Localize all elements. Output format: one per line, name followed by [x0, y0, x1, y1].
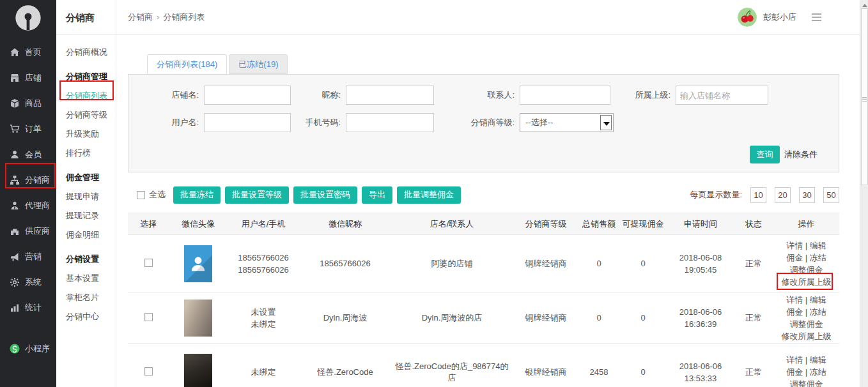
sidebar-item-orders[interactable]: 订单: [0, 116, 56, 142]
phone-input[interactable]: [346, 113, 434, 132]
sidebar-item-label: 商品: [25, 98, 42, 109]
batch-freeze-button[interactable]: 批量冻结: [173, 186, 221, 204]
op-link-modify-parent[interactable]: 修改所属上级: [773, 330, 839, 342]
submenu-item-distributor-level[interactable]: 分销商等级: [56, 105, 116, 125]
submenu-item-distribution-center[interactable]: 分销中心: [56, 307, 116, 326]
shop-name-label: 店铺名:: [128, 86, 199, 105]
op-links-detail-edit[interactable]: 详情 | 编辑: [773, 294, 839, 306]
miniprogram-icon: [10, 344, 20, 354]
export-button[interactable]: 导出: [362, 186, 392, 204]
query-button[interactable]: 查询: [750, 146, 780, 163]
cell-apply-time: 2018-06-06 16:36:39: [667, 292, 734, 344]
sidebar-item-agent[interactable]: 代理商: [0, 193, 56, 218]
sidebar-item-statistics[interactable]: 统计: [0, 295, 56, 321]
select-all-checkbox[interactable]: [137, 191, 145, 199]
breadcrumb: 分销商›分销商列表: [128, 11, 205, 23]
app-logo: [0, 0, 56, 36]
op-links-detail-edit[interactable]: 详情 | 编辑: [773, 354, 839, 366]
cell-level: 铜牌经销商: [513, 292, 579, 344]
scrollbar-up-arrow-icon[interactable]: [862, 1, 867, 7]
submenu-item-withdraw-apply[interactable]: 提现申请: [56, 187, 116, 206]
cell-avatar: [169, 292, 228, 344]
user-menu[interactable]: 彭彭小店: [738, 8, 821, 27]
level-select[interactable]: --选择--: [520, 113, 614, 132]
col-user-phone: 用户名/手机: [228, 213, 299, 235]
submenu-item-commission-detail[interactable]: 佣金明细: [56, 225, 116, 245]
submenu-item-upgrade-reward[interactable]: 升级奖励: [56, 125, 116, 144]
sidebar-item-label: 系统: [25, 277, 42, 288]
batch-set-level-button[interactable]: 批量设置等级: [225, 186, 289, 204]
cell-store: 怪兽.ZeroCode的店_986774的店: [391, 344, 513, 387]
tab-frozen[interactable]: 已冻结(19): [229, 54, 288, 74]
batch-set-password-button[interactable]: 批量设置密码: [293, 186, 357, 204]
sidebar-item-miniprogram[interactable]: 小程序: [0, 336, 56, 361]
page-size-10[interactable]: 10: [750, 187, 766, 203]
sidebar-item-members[interactable]: 会员: [0, 142, 56, 167]
op-link-adjust-commission[interactable]: 调整佣金: [773, 264, 839, 276]
goods-icon: [10, 98, 20, 109]
topbar: 分销商›分销商列表 彭彭小店: [116, 0, 860, 35]
sidebar-item-label: 营销: [25, 251, 42, 262]
cell-store: 阿婆的店铺: [391, 235, 513, 292]
row-checkbox[interactable]: [144, 259, 153, 267]
table-header-row: 选择 微信头像 用户名/手机 微信昵称 店名/联系人 分销商等级 总销售额 可提…: [128, 213, 839, 235]
sidebar-item-goods[interactable]: 商品: [0, 91, 56, 116]
row-checkbox[interactable]: [144, 367, 153, 376]
cell-avatar: [169, 344, 228, 387]
breadcrumb-root[interactable]: 分销商: [128, 12, 153, 22]
cell-select: [128, 344, 169, 387]
sidebar-item-system[interactable]: 系统: [0, 269, 56, 295]
op-link-modify-parent[interactable]: 修改所属上级: [773, 276, 839, 288]
op-links-commission-freeze[interactable]: 佣金 | 冻结: [773, 252, 839, 264]
scrollbar-thumb[interactable]: [861, 8, 868, 185]
cell-actions: 详情 | 编辑 佣金 | 冻结 调整佣金: [773, 344, 839, 387]
chevron-down-icon[interactable]: [600, 115, 612, 130]
submenu-item-ranking[interactable]: 排行榜: [56, 144, 116, 163]
submenu-item-distributor-list[interactable]: 分销商列表: [56, 86, 116, 105]
tab-distributor-list[interactable]: 分销商列表(184): [147, 54, 227, 74]
parent-shop-input[interactable]: [676, 86, 768, 105]
cell-user-phone: 18565766026 18565766026: [228, 235, 299, 292]
statistics-icon: [10, 303, 20, 313]
system-icon: [10, 277, 20, 287]
submenu-item-withdraw-record[interactable]: 提现记录: [56, 206, 116, 225]
op-link-adjust-commission[interactable]: 调整佣金: [773, 318, 839, 330]
marketing-icon: [10, 252, 20, 262]
cell-status: 正常: [734, 344, 773, 387]
col-level: 分销商等级: [513, 213, 579, 235]
sidebar-item-distributor[interactable]: 分销商: [0, 167, 56, 193]
nickname-input[interactable]: [346, 86, 434, 105]
cell-total-sales: 0: [579, 292, 619, 344]
op-links-detail-edit[interactable]: 详情 | 编辑: [773, 239, 839, 252]
supplier-icon: [10, 226, 20, 236]
submenu-item-overview[interactable]: 分销商概况: [56, 43, 116, 62]
user-avatar-photo: [184, 300, 212, 337]
user-line: 未设置: [228, 306, 299, 318]
op-links-commission-freeze[interactable]: 佣金 | 冻结: [773, 366, 839, 378]
menu-toggle-icon[interactable]: [812, 13, 821, 21]
cell-user-phone: 未绑定: [228, 344, 299, 387]
op-links-commission-freeze[interactable]: 佣金 | 冻结: [773, 306, 839, 318]
cell-actions: 详情 | 编辑 佣金 | 冻结 调整佣金 修改所属上级: [773, 235, 839, 292]
cell-select: [128, 292, 169, 344]
page-size-50[interactable]: 50: [823, 187, 839, 203]
cherry-avatar-icon: [738, 8, 757, 27]
page-size-label: 每页显示数量:: [690, 189, 742, 201]
submenu-item-owner-card[interactable]: 掌柜名片: [56, 288, 116, 307]
sidebar-item-home[interactable]: 首页: [0, 40, 56, 65]
sidebar-item-shop[interactable]: 店铺: [0, 65, 56, 91]
sidebar-item-label: 代理商: [25, 200, 50, 211]
batch-adjust-commission-button[interactable]: 批量调整佣金: [397, 186, 461, 204]
page-size-30[interactable]: 30: [799, 187, 815, 203]
cell-withdrawable: 0: [619, 292, 667, 344]
submenu-item-basic-settings[interactable]: 基本设置: [56, 269, 116, 288]
distributor-icon: [10, 175, 20, 185]
col-avatar: 微信头像: [169, 213, 228, 235]
sidebar-item-marketing[interactable]: 营销: [0, 244, 56, 269]
clear-filters-button[interactable]: 清除条件: [784, 146, 818, 163]
op-link-adjust-commission[interactable]: 调整佣金: [773, 378, 839, 387]
contact-input[interactable]: [520, 86, 610, 105]
row-checkbox[interactable]: [144, 313, 153, 321]
page-size-20[interactable]: 20: [775, 187, 791, 203]
sidebar-item-supplier[interactable]: 供应商: [0, 218, 56, 244]
